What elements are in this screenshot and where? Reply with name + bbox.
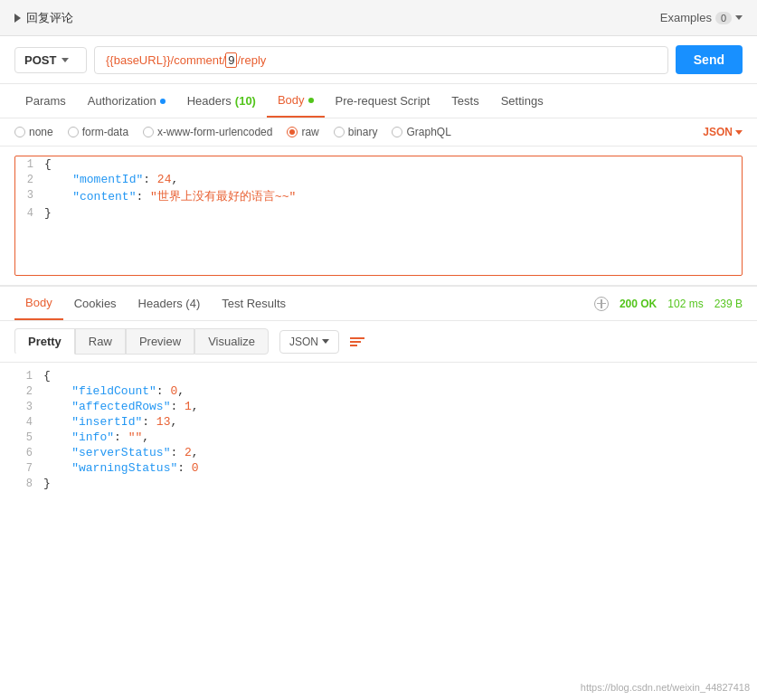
response-tabs: Body Cookies Headers (4) Test Results 20… xyxy=(0,287,757,321)
radio-graphql[interactable]: GraphQL xyxy=(392,126,450,138)
request-tabs: Params Authorization Headers (10) Body P… xyxy=(0,84,757,118)
json-type-selector[interactable]: JSON xyxy=(703,126,743,138)
radio-urlencoded-circle xyxy=(143,127,154,137)
request-title: 回复评论 xyxy=(26,10,73,26)
resp-line-1: 1 { xyxy=(14,368,743,383)
req-line-1: 1 { xyxy=(15,156,742,172)
response-status: 200 OK 102 ms 239 B xyxy=(594,297,743,311)
resp-line-5: 5 "info": "", xyxy=(14,430,743,445)
radio-raw[interactable]: raw xyxy=(287,126,318,138)
view-tab-pretty[interactable]: Pretty xyxy=(14,328,75,355)
url-input[interactable]: {{baseURL}}/comment/9/reply xyxy=(94,46,668,74)
radio-form-data-circle xyxy=(68,127,79,137)
view-tab-visualize[interactable]: Visualize xyxy=(194,328,269,355)
tab-tests[interactable]: Tests xyxy=(440,85,489,117)
body-dot xyxy=(308,98,314,103)
send-button[interactable]: Send xyxy=(676,45,743,74)
resp-line-7: 7 "warningStatus": 0 xyxy=(14,460,743,476)
resp-line-6: 6 "serverStatus": 2, xyxy=(14,445,743,460)
examples-label: Examples xyxy=(660,11,712,24)
url-suffix: /reply xyxy=(237,53,266,67)
status-code: 200 OK xyxy=(620,298,657,310)
method-select[interactable]: POST xyxy=(14,47,87,73)
resp-line-2: 2 "fieldCount": 0, xyxy=(14,383,743,399)
examples-chevron-icon[interactable] xyxy=(735,15,743,20)
collapse-icon[interactable] xyxy=(14,14,21,23)
tab-authorization[interactable]: Authorization xyxy=(77,85,176,117)
view-tab-raw[interactable]: Raw xyxy=(75,328,126,355)
body-type-row: none form-data x-www-form-urlencoded raw… xyxy=(0,118,757,147)
top-bar-title-group: 回复评论 xyxy=(14,10,73,26)
status-time: 102 ms xyxy=(667,298,703,310)
req-line-3: 3 "content": "世界上没有最好的语言~~" xyxy=(15,187,742,205)
status-size: 239 B xyxy=(714,298,743,310)
tab-body[interactable]: Body xyxy=(267,84,325,118)
radio-raw-circle xyxy=(287,127,298,137)
json-type-label: JSON xyxy=(703,126,733,138)
resp-tab-headers[interactable]: Headers (4) xyxy=(128,288,212,319)
radio-urlencoded[interactable]: x-www-form-urlencoded xyxy=(143,126,272,138)
view-tabs: Pretty Raw Preview Visualize JSON xyxy=(0,321,757,363)
resp-line-8: 8 } xyxy=(14,476,743,491)
response-json-label: JSON xyxy=(289,336,318,348)
url-highlighted-segment: 9 xyxy=(225,52,237,68)
request-body-editor[interactable]: 1 { 2 "momentId": 24, 3 "content": "世界上没… xyxy=(14,156,743,276)
radio-binary[interactable]: binary xyxy=(334,126,378,138)
tab-headers[interactable]: Headers (10) xyxy=(176,85,267,117)
json-type-chevron-icon xyxy=(735,130,743,135)
response-section: Body Cookies Headers (4) Test Results 20… xyxy=(0,285,757,497)
tab-settings[interactable]: Settings xyxy=(490,85,554,117)
resp-tab-body[interactable]: Body xyxy=(14,287,63,320)
resp-tab-cookies[interactable]: Cookies xyxy=(63,288,128,319)
response-json-chevron-icon xyxy=(322,339,329,344)
url-bar: POST {{baseURL}}/comment/9/reply Send xyxy=(0,36,757,84)
radio-none-circle xyxy=(14,127,25,137)
response-body-code: 1 { 2 "fieldCount": 0, 3 "affectedRows":… xyxy=(0,363,757,497)
top-bar: 回复评论 Examples 0 xyxy=(0,0,757,36)
resp-line-3: 3 "affectedRows": 1, xyxy=(14,399,743,414)
examples-count: 0 xyxy=(715,12,732,24)
authorization-dot xyxy=(160,99,166,104)
resp-line-4: 4 "insertId": 13, xyxy=(14,414,743,430)
method-chevron-icon xyxy=(62,58,69,62)
req-line-2: 2 "momentId": 24, xyxy=(15,172,742,187)
radio-graphql-circle xyxy=(392,127,402,137)
examples-group[interactable]: Examples 0 xyxy=(660,11,743,24)
globe-icon xyxy=(594,297,609,311)
view-tab-preview[interactable]: Preview xyxy=(126,328,194,355)
radio-binary-circle xyxy=(334,127,345,137)
resp-tab-test-results[interactable]: Test Results xyxy=(211,288,297,319)
radio-form-data[interactable]: form-data xyxy=(68,126,128,138)
editor-spacer xyxy=(15,221,742,275)
method-label: POST xyxy=(24,53,56,67)
watermark: https://blog.csdn.net/weixin_44827418 xyxy=(581,682,750,693)
format-lines-icon[interactable] xyxy=(350,337,364,346)
tab-prerequest[interactable]: Pre-request Script xyxy=(325,85,441,117)
url-prefix: {{baseURL}}/comment/ xyxy=(106,53,225,67)
req-line-4: 4 } xyxy=(15,205,742,221)
radio-none[interactable]: none xyxy=(14,126,53,138)
tab-params[interactable]: Params xyxy=(14,85,77,117)
response-json-type-selector[interactable]: JSON xyxy=(279,330,339,354)
